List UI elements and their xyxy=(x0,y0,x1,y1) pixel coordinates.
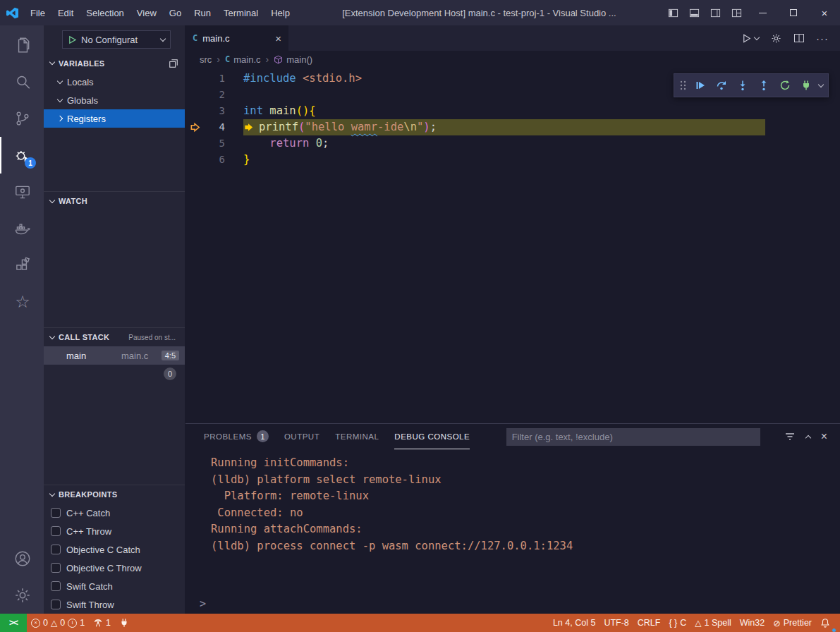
eol-sequence[interactable]: CRLF xyxy=(633,614,665,632)
platform-status[interactable]: Win32 xyxy=(736,614,769,632)
close-tab-icon[interactable]: × xyxy=(275,32,281,44)
remote-explorer-icon[interactable] xyxy=(0,174,44,210)
toggle-panel-icon[interactable] xyxy=(683,0,705,25)
menu-selection[interactable]: Selection xyxy=(80,0,130,25)
code-text: } xyxy=(243,152,250,168)
collapse-all-icon[interactable] xyxy=(169,59,178,68)
variables-scope-locals[interactable]: Locals xyxy=(44,73,185,91)
minimize-button[interactable] xyxy=(747,0,778,25)
breakpoint-item[interactable]: Swift Catch xyxy=(44,577,185,595)
code-line[interactable]: 3int main(){ xyxy=(185,103,840,119)
menu-go[interactable]: Go xyxy=(163,0,188,25)
close-panel-icon[interactable]: × xyxy=(821,430,827,443)
code-line[interactable]: 4printf("hello wamr-ide\n"); xyxy=(185,119,840,135)
restart-button[interactable] xyxy=(775,76,794,95)
callstack-count-badge: 0 xyxy=(164,367,176,380)
breakpoint-item[interactable]: C++ Catch xyxy=(44,504,185,522)
toggle-sidebar-icon[interactable] xyxy=(662,0,683,25)
run-and-debug-icon[interactable]: 1 xyxy=(0,137,44,174)
launch-configuration-dropdown[interactable]: No Configurat xyxy=(62,30,171,49)
code-editor[interactable]: 1#include <stdio.h>23int main(){4printf(… xyxy=(185,68,840,423)
breadcrumb-file[interactable]: C main.c xyxy=(225,54,261,65)
watch-section-header[interactable]: WATCH xyxy=(44,191,185,210)
maximize-panel-icon[interactable] xyxy=(805,435,810,440)
docker-icon[interactable] xyxy=(0,210,44,247)
variables-scope-globals[interactable]: Globals xyxy=(44,91,185,109)
line-number: 1 xyxy=(204,71,225,87)
step-into-button[interactable] xyxy=(733,76,752,95)
maximize-button[interactable] xyxy=(778,0,809,25)
code-line[interactable]: 6} xyxy=(185,152,840,168)
breakpoint-checkbox[interactable] xyxy=(51,545,61,554)
remote-indicator[interactable]: >< xyxy=(0,614,27,632)
breakpoint-item[interactable]: Objective C Catch xyxy=(44,540,185,559)
breakpoint-item[interactable]: Objective C Throw xyxy=(44,559,185,577)
console-prompt-icon: > xyxy=(200,597,206,610)
menu-file[interactable]: File xyxy=(24,0,51,25)
gripper-icon[interactable] xyxy=(679,79,687,92)
tab-main-c[interactable]: C main.c × xyxy=(185,25,288,51)
debug-settings-gear-icon[interactable] xyxy=(770,32,782,44)
filter-icon[interactable] xyxy=(784,431,796,442)
debug-session-chevron-icon[interactable] xyxy=(818,81,824,87)
console-filter-input[interactable] xyxy=(506,428,760,446)
section-title: BREAKPOINTS xyxy=(59,490,117,499)
accounts-icon[interactable] xyxy=(0,540,44,577)
more-actions-icon[interactable]: ··· xyxy=(816,32,829,44)
variables-scope-registers[interactable]: Registers xyxy=(44,109,185,128)
breakpoint-item[interactable]: Swift Throw xyxy=(44,595,185,614)
debug-session-status[interactable] xyxy=(115,614,133,632)
tab-output[interactable]: OUTPUT xyxy=(284,424,319,449)
close-button[interactable]: × xyxy=(809,0,840,25)
marketplace-star-icon[interactable]: ☆ xyxy=(0,284,44,320)
tab-label: main.c xyxy=(202,33,229,44)
extensions-icon[interactable] xyxy=(0,247,44,284)
menu-run[interactable]: Run xyxy=(188,0,217,25)
tab-debug-console[interactable]: DEBUG CONSOLE xyxy=(394,424,470,449)
breadcrumb-symbol[interactable]: main() xyxy=(274,54,312,65)
breadcrumb-src[interactable]: src xyxy=(200,54,212,65)
vscode-logo-icon xyxy=(0,7,24,19)
step-over-button[interactable] xyxy=(712,76,731,95)
split-editor-icon[interactable] xyxy=(793,32,805,44)
notifications-bell-icon[interactable] xyxy=(816,614,834,632)
settings-gear-icon[interactable] xyxy=(0,577,44,614)
problems-status[interactable]: × 0 △ 0 i 1 xyxy=(27,614,89,632)
breakpoint-checkbox[interactable] xyxy=(51,581,61,591)
spell-checker-status[interactable]: △ 1 Spell xyxy=(690,614,735,632)
explorer-icon[interactable] xyxy=(0,27,44,63)
breakpoint-checkbox[interactable] xyxy=(51,600,61,609)
search-icon[interactable] xyxy=(0,63,44,100)
disconnect-button[interactable] xyxy=(796,76,815,95)
breakpoint-checkbox[interactable] xyxy=(51,508,61,518)
menu-help[interactable]: Help xyxy=(264,0,296,25)
menu-edit[interactable]: Edit xyxy=(51,0,80,25)
tab-terminal[interactable]: TERMINAL xyxy=(335,424,379,449)
breakpoint-checkbox[interactable] xyxy=(51,526,61,536)
console-input-row[interactable]: > xyxy=(185,594,840,614)
breakpoints-section-header[interactable]: BREAKPOINTS xyxy=(44,485,185,504)
menu-view[interactable]: View xyxy=(130,0,163,25)
breakpoint-checkbox[interactable] xyxy=(51,563,61,573)
step-out-button[interactable] xyxy=(754,76,773,95)
customize-layout-icon[interactable] xyxy=(726,0,747,25)
code-line[interactable]: 5 return 0; xyxy=(185,135,840,152)
breakpoint-item[interactable]: C++ Throw xyxy=(44,522,185,540)
continue-button[interactable] xyxy=(690,76,710,95)
ports-status[interactable]: 1 xyxy=(89,614,115,632)
variables-section-header[interactable]: VARIABLES xyxy=(44,54,185,73)
code-text: return 0; xyxy=(243,135,329,152)
cursor-position[interactable]: Ln 4, Col 5 xyxy=(549,614,599,632)
callstack-frame[interactable]: main main.c 4:5 xyxy=(44,346,185,365)
run-or-debug-button[interactable] xyxy=(741,33,759,44)
toggle-secondary-sidebar-icon[interactable] xyxy=(705,0,726,25)
menu-terminal[interactable]: Terminal xyxy=(217,0,264,25)
tab-problems[interactable]: PROBLEMS 1 xyxy=(204,424,269,449)
notification-dot-badge xyxy=(832,628,836,632)
call-stack-section-header[interactable]: CALL STACK Paused on st... xyxy=(44,327,185,346)
editor-tab-bar: C main.c × ··· xyxy=(185,25,840,51)
language-mode[interactable]: { } C xyxy=(664,614,690,632)
source-control-icon[interactable] xyxy=(0,100,44,137)
encoding[interactable]: UTF-8 xyxy=(599,614,633,632)
formatter-status[interactable]: ⊘ Prettier xyxy=(769,614,816,632)
